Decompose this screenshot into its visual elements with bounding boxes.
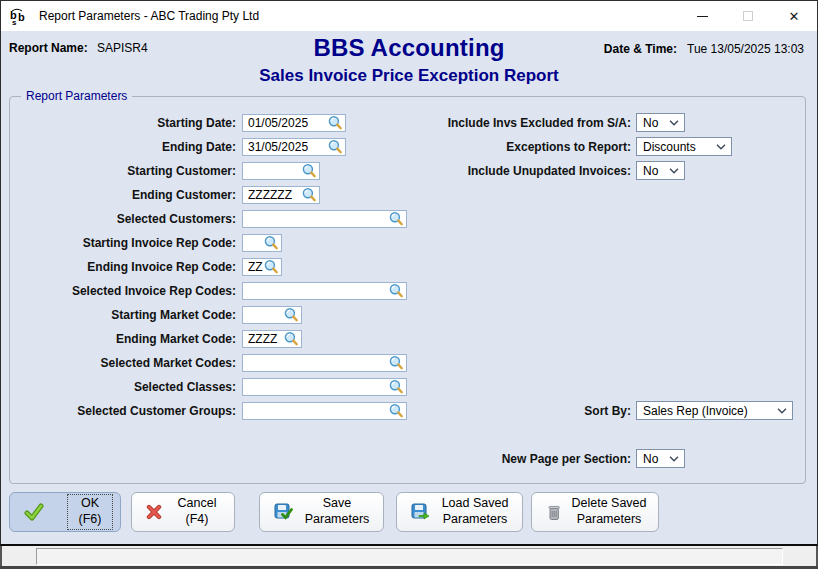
ok-button[interactable]: OK (F6) [9,492,121,532]
starting-date-label: Starting Date: [1,114,236,132]
ending-invoice-rep-code-input[interactable]: ZZ [242,258,282,276]
selected-invoice-rep-codes-input[interactable] [242,282,407,300]
magnifier-icon[interactable] [388,211,405,227]
selected-customers-label: Selected Customers: [1,210,236,228]
field-row: Ending Invoice Rep Code: ZZ [1,258,282,276]
datetime-value: Tue 13/05/2025 13:03 [687,42,804,56]
selected-customer-groups-label: Selected Customer Groups: [1,402,236,420]
field-row: Ending Date: 31/05/2025 [1,138,346,156]
application-window: b s b Report Parameters - ABC Trading Pt… [0,0,818,569]
report-parameters-dialog: b s b Report Parameters - ABC Trading Pt… [0,0,818,546]
status-bar [0,546,818,566]
minimize-button[interactable] [679,1,725,31]
selected-customers-input[interactable] [242,210,407,228]
ending-market-code-input[interactable]: ZZZZ [242,330,302,348]
starting-invoice-rep-code-label: Starting Invoice Rep Code: [1,234,236,252]
selected-invoice-rep-codes-label: Selected Invoice Rep Codes: [1,282,236,300]
magnifier-icon[interactable] [283,307,300,323]
starting-market-code-label: Starting Market Code: [1,306,236,324]
chevron-down-icon [669,168,679,174]
page-title: Sales Invoice Price Exception Report [1,66,817,86]
field-row: Starting Market Code: [1,306,302,324]
starting-date-input[interactable]: 01/05/2025 [242,114,346,132]
title-bar[interactable]: b s b Report Parameters - ABC Trading Pt… [1,1,817,31]
magnifier-icon[interactable] [388,283,405,299]
magnifier-icon[interactable] [301,163,318,179]
cancel-button[interactable]: Cancel (F4) [131,492,235,532]
sort-by-select[interactable]: Sales Rep (Invoice) [636,401,793,420]
magnifier-icon[interactable] [263,259,280,275]
field-row: Include Unupdated Invoices: No [337,161,685,180]
new-page-per-section-label: New Page per Section: [337,450,631,468]
field-row: Starting Customer: [1,162,320,180]
minimize-icon [697,16,708,17]
ending-customer-label: Ending Customer: [1,186,236,204]
save-disk-icon [274,503,293,521]
window-title: Report Parameters - ABC Trading Pty Ltd [39,9,259,23]
magnifier-icon[interactable] [263,235,280,251]
maximize-button [725,1,771,31]
svg-text:b: b [18,11,25,23]
datetime-label: Date & Time: [604,42,677,56]
field-row: Selected Invoice Rep Codes: [1,282,407,300]
selected-market-codes-input[interactable] [242,354,407,372]
ending-date-label: Ending Date: [1,138,236,156]
starting-customer-label: Starting Customer: [1,162,236,180]
selected-classes-input[interactable] [242,378,407,396]
field-row: Ending Customer: ZZZZZZ [1,186,320,204]
chevron-down-icon [669,456,679,462]
magnifier-icon[interactable] [388,379,405,395]
selected-classes-label: Selected Classes: [1,378,236,396]
field-row: Include Invs Excluded from S/A: No [337,113,685,132]
datetime: Date & Time: Tue 13/05/2025 13:03 [604,42,804,56]
field-row: Sort By: Sales Rep (Invoice) [337,401,793,420]
magnifier-icon[interactable] [301,187,318,203]
delete-saved-parameters-button[interactable]: Delete Saved Parameters [531,492,659,532]
check-icon [24,503,44,521]
chevron-down-icon [669,120,679,126]
starting-customer-input[interactable] [242,162,320,180]
close-icon: ✕ [789,10,800,23]
ending-date-input[interactable]: 31/05/2025 [242,138,346,156]
magnifier-icon[interactable] [388,355,405,371]
include-unupdated-invoices-select[interactable]: No [636,161,685,180]
trash-icon [546,504,562,521]
status-panel [36,548,783,565]
field-row: Selected Market Codes: [1,354,407,372]
exceptions-to-report-select[interactable]: Discounts [636,137,732,156]
groupbox-legend: Report Parameters [21,89,132,103]
field-row: New Page per Section: No [337,449,685,468]
cross-icon [146,504,162,520]
load-saved-parameters-button[interactable]: Load Saved Parameters [396,492,523,532]
field-row: Starting Date: 01/05/2025 [1,114,346,132]
selected-market-codes-label: Selected Market Codes: [1,354,236,372]
new-page-per-section-select[interactable]: No [636,449,685,468]
include-invs-excluded-select[interactable]: No [636,113,685,132]
close-button[interactable]: ✕ [771,1,817,31]
ending-market-code-label: Ending Market Code: [1,330,236,348]
field-row: Ending Market Code: ZZZZ [1,330,302,348]
ending-customer-input[interactable]: ZZZZZZ [242,186,320,204]
sort-by-label: Sort By: [337,402,631,420]
maximize-icon [743,11,753,21]
field-row: Selected Classes: [1,378,407,396]
load-disk-icon [411,503,430,521]
exceptions-to-report-label: Exceptions to Report: [337,138,631,156]
starting-market-code-input[interactable] [242,306,302,324]
include-invs-excluded-label: Include Invs Excluded from S/A: [337,114,631,132]
chevron-down-icon [716,144,726,150]
include-unupdated-invoices-label: Include Unupdated Invoices: [337,162,631,180]
bbs-logo-icon: b s b [9,6,31,26]
starting-invoice-rep-code-input[interactable] [242,234,282,252]
chevron-down-icon [777,408,787,414]
field-row: Exceptions to Report: Discounts [337,137,732,156]
magnifier-icon[interactable] [283,331,300,347]
save-parameters-button[interactable]: Save Parameters [259,492,384,532]
field-row: Starting Invoice Rep Code: [1,234,282,252]
svg-text:s: s [12,18,17,26]
ending-invoice-rep-code-label: Ending Invoice Rep Code: [1,258,236,276]
field-row: Selected Customers: [1,210,407,228]
